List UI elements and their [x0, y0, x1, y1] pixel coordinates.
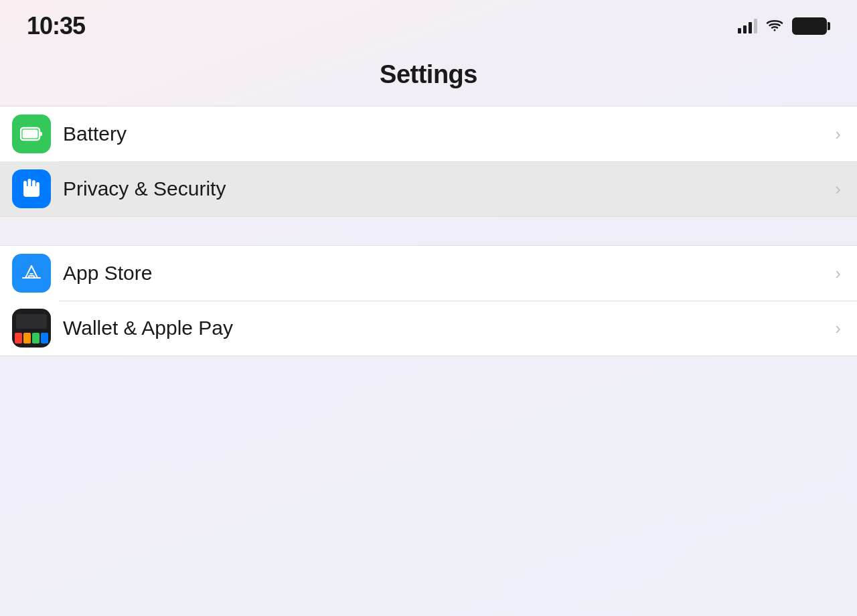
privacy-chevron: ›	[835, 179, 841, 200]
wifi-icon	[765, 19, 784, 33]
svg-rect-2	[40, 132, 42, 136]
privacy-row[interactable]: Privacy & Security ›	[0, 161, 857, 216]
settings-group-2: App Store › Wallet & Apple Pay ›	[0, 245, 857, 356]
wallet-row[interactable]: Wallet & Apple Pay ›	[0, 301, 857, 356]
status-time: 10:35	[27, 12, 85, 40]
svg-rect-1	[23, 130, 38, 139]
privacy-icon	[12, 169, 51, 208]
svg-rect-6	[32, 180, 35, 188]
battery-chevron: ›	[835, 124, 841, 145]
group-gap	[0, 217, 857, 245]
svg-rect-5	[28, 179, 31, 187]
appstore-row[interactable]: App Store ›	[0, 246, 857, 301]
status-bar: 10:35 66	[0, 0, 857, 47]
privacy-label: Privacy & Security	[63, 177, 835, 200]
appstore-chevron: ›	[835, 263, 841, 284]
wallet-icon	[12, 309, 51, 348]
page-title-container: Settings	[0, 47, 857, 106]
settings-group-1: Battery › Privacy & Security ›	[0, 106, 857, 217]
battery-percentage: 66	[793, 19, 826, 33]
battery-status-icon: 66	[792, 17, 830, 35]
wallet-label: Wallet & Apple Pay	[63, 317, 835, 339]
battery-label: Battery	[63, 123, 835, 145]
battery-row[interactable]: Battery ›	[0, 106, 857, 161]
svg-rect-7	[36, 182, 40, 188]
status-icons: 66	[738, 17, 830, 35]
svg-rect-4	[23, 181, 27, 189]
battery-icon	[12, 114, 51, 153]
appstore-icon	[12, 254, 51, 293]
appstore-label: App Store	[63, 262, 835, 285]
page-title: Settings	[0, 60, 857, 89]
signal-icon	[738, 19, 757, 33]
wallet-chevron: ›	[835, 318, 841, 339]
